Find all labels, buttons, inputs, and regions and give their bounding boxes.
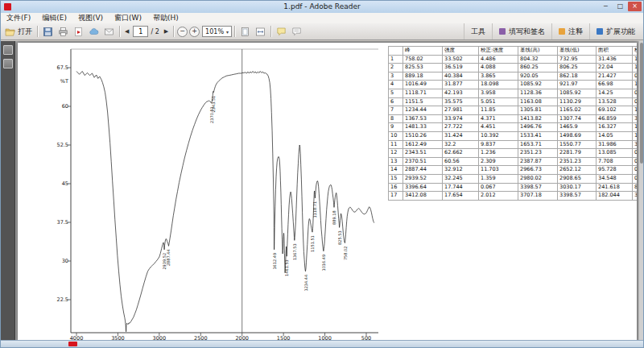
table-cell: 36.519 <box>443 64 479 72</box>
peak-annotation: 1612.49 <box>272 253 277 270</box>
fit-page-button[interactable] <box>237 25 253 39</box>
table-cell: 1.661 <box>633 55 638 64</box>
menu-item[interactable]: 文件(F) <box>1 13 36 23</box>
separator <box>173 26 174 37</box>
print-button[interactable] <box>56 25 71 39</box>
table-cell: 1.359 <box>479 174 518 183</box>
table-row: 51118.7142.1933.9581128.361085.9214.250.… <box>389 89 638 97</box>
table-cell: 42.193 <box>443 89 479 97</box>
next-page-button[interactable]: ▶ <box>162 25 171 39</box>
page-number-input[interactable] <box>133 26 148 37</box>
taskbar-adobe-reader-icon[interactable] <box>68 342 77 346</box>
table-cell: 33.974 <box>443 114 479 123</box>
table-cell: 2908.65 <box>558 174 597 183</box>
table-cell: 3030.17 <box>558 183 597 192</box>
table-cell: 21.427 <box>597 72 633 81</box>
bookmarks-icon[interactable] <box>3 59 13 68</box>
maximize-button[interactable]: □ <box>613 2 627 11</box>
table-row: 61151.535.5755.0511163.081130.2913.5280.… <box>389 97 638 106</box>
table-cell: 2652.12 <box>558 166 597 175</box>
save-button[interactable] <box>40 25 56 39</box>
table-cell: 3.008 <box>633 114 638 123</box>
table-cell: 10.392 <box>479 131 518 140</box>
menu-item[interactable]: 帮助(H) <box>147 13 184 23</box>
zoom-in-button[interactable]: + <box>189 27 200 37</box>
table-cell: 0.034 <box>633 149 638 158</box>
comment-tools-button[interactable] <box>274 25 289 39</box>
next-page-icon: ▶ <box>164 28 168 35</box>
page-thumbnails-icon[interactable] <box>3 45 13 55</box>
table-row: 163396.6417.7440.0673398.573030.17241.61… <box>389 183 638 192</box>
table-cell: 1.022 <box>633 123 638 132</box>
menu-item[interactable]: 编辑(E) <box>36 13 72 23</box>
table-cell: 8 <box>389 114 403 123</box>
table-header-cell: 峰 <box>403 47 443 56</box>
cloud-button[interactable] <box>86 25 101 39</box>
fill-sign-icon <box>499 28 506 35</box>
panel-button-fill-sign[interactable]: 填写和签名 <box>492 23 551 39</box>
sticky-note-button[interactable] <box>289 25 304 39</box>
chevron-down-icon: ▾ <box>226 29 229 35</box>
table-cell: 17.654 <box>443 192 479 201</box>
taskbar[interactable] <box>1 340 643 347</box>
previous-page-button[interactable]: ◀ <box>122 25 131 39</box>
table-cell: 9 <box>389 123 403 132</box>
open-button[interactable]: 打开 <box>2 25 35 39</box>
table-cell: 12 <box>389 149 403 158</box>
export-pdf-button[interactable] <box>71 25 86 39</box>
table-cell: 182.044 <box>597 192 633 201</box>
table-cell: 1085.92 <box>518 81 558 89</box>
table-cell: 1367.53 <box>403 114 443 123</box>
table-cell: 2351.23 <box>518 149 558 158</box>
table-cell: 13.528 <box>597 97 633 106</box>
table-cell: 2351.23 <box>558 157 597 166</box>
table-cell: 1.236 <box>479 149 518 158</box>
table-cell: 35.575 <box>443 97 479 106</box>
peak-annotation: 1118.71 <box>312 201 317 218</box>
peak-annotation: 1367.53 <box>292 243 297 260</box>
table-cell: 11.85 <box>479 106 518 115</box>
table-cell: 1234.44 <box>403 106 443 115</box>
zoom-level-select[interactable]: 101% ▾ <box>202 26 232 37</box>
panel-button-extended[interactable]: 扩展功能 <box>589 23 642 39</box>
table-cell: 1612.49 <box>403 140 443 149</box>
table-cell: 14 <box>389 166 403 175</box>
table-cell: 7 <box>389 106 403 115</box>
close-button[interactable]: × <box>628 2 642 11</box>
vertical-scrollbar[interactable] <box>638 41 643 341</box>
table-cell: 4.088 <box>479 64 518 72</box>
open-folder-icon <box>5 27 15 37</box>
panel-button-comment[interactable]: 注释 <box>551 23 589 39</box>
table-cell: 1481.33 <box>403 123 443 132</box>
speech-bubble-icon <box>276 27 287 37</box>
panel-button-tools[interactable]: 工具 <box>464 23 492 39</box>
titlebar[interactable]: 1.pdf - Adobe Reader ─ □ × <box>1 1 643 14</box>
table-cell: 16.528 <box>633 81 638 89</box>
svg-text:%T: %T <box>60 78 68 85</box>
fit-width-button[interactable] <box>253 25 268 39</box>
table-cell: 1413.82 <box>518 114 558 123</box>
zoom-out-button[interactable]: − <box>177 27 188 37</box>
table-row: 2825.5336.5194.088860.25806.2522.041.135 <box>389 64 638 72</box>
menu-item[interactable]: 窗口(W) <box>109 13 147 23</box>
table-cell: 31.424 <box>443 131 479 140</box>
table-cell: 2 <box>389 64 403 72</box>
table-cell: 889.18 <box>403 72 443 81</box>
svg-text:45: 45 <box>62 180 68 187</box>
table-row: 41016.4931.87718.0981085.92921.9766.9816… <box>389 81 638 89</box>
table-cell: 13 <box>389 157 403 166</box>
table-cell: 1130.29 <box>558 97 597 106</box>
table-cell: 0.067 <box>479 183 518 192</box>
menubar: 文件(F)编辑(E)视图(V)窗口(W)帮助(H) <box>1 13 643 24</box>
table-cell: 1128.36 <box>518 89 558 97</box>
table-cell: 732.95 <box>558 55 597 64</box>
table-cell: 33.502 <box>443 55 479 64</box>
menu-item[interactable]: 视图(V) <box>72 13 109 23</box>
scrollbar-thumb[interactable] <box>640 43 643 164</box>
email-button[interactable] <box>101 25 117 39</box>
minimize-button[interactable]: ─ <box>599 2 613 11</box>
svg-text:52.5: 52.5 <box>57 142 68 148</box>
toolbar: 打开 <box>1 23 643 40</box>
table-cell: 921.97 <box>558 81 597 89</box>
table-cell: 4.371 <box>479 114 518 123</box>
